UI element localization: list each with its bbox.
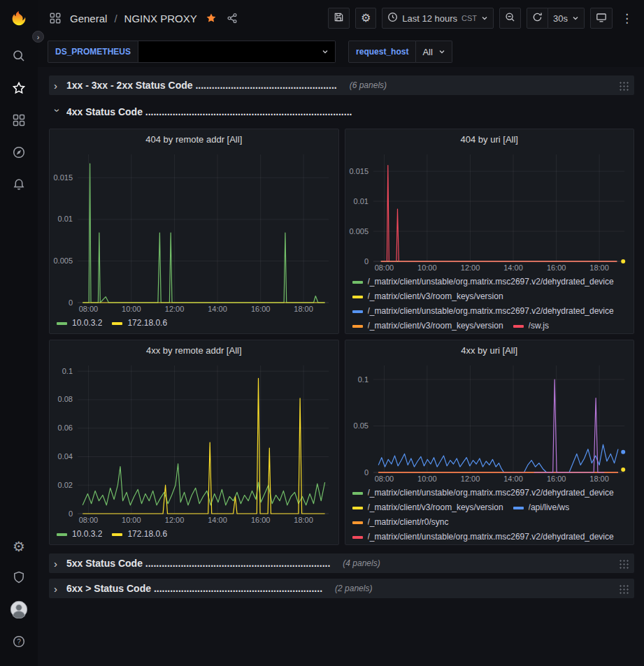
- sidebar-item-alerting[interactable]: [5, 172, 33, 200]
- avatar-icon: [10, 600, 28, 621]
- toolbar: ⚙ Last 12 hours CST: [328, 8, 636, 29]
- svg-text:0: 0: [364, 257, 368, 266]
- svg-text:0.015: 0.015: [53, 173, 73, 182]
- panels-grid: 404 by remote addr [All] 00.0050.010.015…: [49, 129, 634, 545]
- row-5xx[interactable]: › 5xx Status Code ......................…: [49, 553, 634, 573]
- legend-item[interactable]: /_matrix/client/v3/room_keys/version: [352, 501, 503, 514]
- sidebar-item-configuration[interactable]: ⚙: [5, 533, 33, 560]
- legend-item[interactable]: /_matrix/client/v3/room_keys/version: [352, 290, 503, 303]
- row-title: 6xx > Status Code ......................…: [66, 583, 322, 594]
- legend-item[interactable]: /api/live/ws: [513, 501, 570, 514]
- save-dashboard-button[interactable]: [328, 8, 350, 29]
- chart-svg: 00.0050.010.01508:0010:0012:0014:0016:00…: [345, 149, 634, 273]
- tv-mode-button[interactable]: [590, 8, 613, 29]
- legend-label: /_matrix/client/v3/room_keys/version: [368, 319, 503, 333]
- legend-swatch: [352, 507, 363, 509]
- row-6xx[interactable]: › 6xx > Status Code ....................…: [49, 579, 634, 598]
- svg-text:08:00: 08:00: [79, 516, 99, 524]
- svg-text:18:00: 18:00: [294, 516, 313, 524]
- legend-item[interactable]: /_matrix/client/v3/room_keys/version: [352, 319, 503, 333]
- sidebar-item-starred[interactable]: [5, 75, 33, 103]
- apps-grid-icon[interactable]: [48, 10, 63, 26]
- legend-item[interactable]: /sw.js: [513, 319, 549, 333]
- svg-text:12:00: 12:00: [165, 516, 185, 524]
- shield-icon: [12, 570, 26, 587]
- chevron-down-icon: ›: [52, 108, 63, 115]
- svg-text:16:00: 16:00: [546, 475, 566, 483]
- legend-swatch: [352, 536, 363, 539]
- row-drag-handle[interactable]: [618, 80, 629, 91]
- favorite-star-icon[interactable]: [204, 11, 218, 25]
- legend-swatch: [513, 507, 524, 509]
- bell-icon: [12, 178, 26, 194]
- row-1xx-3xx-2xx[interactable]: › 1xx - 3xx - 2xx Status Code ..........…: [49, 75, 634, 95]
- legend-swatch: [352, 296, 363, 298]
- more-options-button[interactable]: ⋮: [618, 13, 636, 24]
- time-range-label: Last 12 hours: [402, 13, 457, 24]
- variables-bar: DS_PROMETHEUS request_host All: [38, 36, 644, 67]
- user-avatar[interactable]: [5, 597, 33, 625]
- svg-text:0.01: 0.01: [58, 215, 73, 223]
- legend-item[interactable]: /_matrix/client/unstable/org.matrix.msc2…: [352, 305, 614, 318]
- panel-title[interactable]: 4xx by uri [All]: [345, 340, 634, 360]
- sidebar-item-dashboards[interactable]: [5, 108, 33, 136]
- top-navigation-bar: General / NGINX PROXY ⚙: [38, 0, 644, 36]
- refresh-button-group: 30s: [527, 8, 585, 29]
- chart-404-by-remote-addr[interactable]: 00.0050.010.01508:0010:0012:0014:0016:00…: [50, 149, 338, 314]
- chart-svg: 00.050.108:0010:0012:0014:0016:0018:00: [345, 360, 634, 484]
- panel-title[interactable]: 404 by uri [All]: [345, 129, 634, 149]
- sidebar-expand-button[interactable]: ›: [32, 31, 44, 43]
- grafana-logo[interactable]: [4, 5, 34, 34]
- row-drag-handle[interactable]: [618, 558, 629, 569]
- chevron-down-icon: [572, 15, 579, 22]
- panel-4xx-by-remote-addr: 4xx by remote addr [All] 00.020.040.060.…: [49, 340, 339, 545]
- svg-text:16:00: 16:00: [251, 305, 271, 313]
- sidebar-item-search[interactable]: [5, 43, 33, 71]
- legend-label: 172.18.0.6: [127, 528, 167, 541]
- time-range-picker[interactable]: Last 12 hours CST: [382, 8, 494, 29]
- svg-text:10:00: 10:00: [122, 516, 141, 524]
- legend-item[interactable]: 10.0.3.2: [57, 528, 102, 541]
- panel-title[interactable]: 4xx by remote addr [All]: [50, 340, 338, 360]
- legend-item[interactable]: /_matrix/client/unstable/org.matrix.msc2…: [352, 486, 614, 500]
- dashboard-settings-button[interactable]: ⚙: [355, 8, 376, 29]
- legend-item[interactable]: 10.0.3.2: [57, 317, 102, 330]
- panel-title[interactable]: 404 by remote addr [All]: [50, 129, 338, 149]
- sidebar-item-server-admin[interactable]: [5, 565, 33, 593]
- row-drag-handle[interactable]: [618, 584, 629, 594]
- legend-swatch: [57, 533, 67, 536]
- breadcrumb-separator: /: [114, 13, 117, 24]
- legend-item[interactable]: /_matrix/client/unstable/org.matrix.msc2…: [352, 275, 614, 289]
- sidebar-bottom: ⚙ ?: [5, 530, 33, 659]
- chart-4xx-by-remote-addr[interactable]: 00.020.040.060.080.108:0010:0012:0014:00…: [50, 360, 338, 526]
- monitor-icon: [596, 12, 607, 25]
- refresh-button[interactable]: [527, 8, 548, 29]
- variable-value-host[interactable]: All: [416, 41, 452, 63]
- breadcrumb-folder[interactable]: General: [70, 13, 107, 24]
- chart-4xx-by-uri[interactable]: 00.050.108:0010:0012:0014:0016:0018:00: [345, 360, 634, 484]
- dashboard-content: › 1xx - 3xx - 2xx Status Code ..........…: [38, 67, 644, 666]
- svg-text:12:00: 12:00: [460, 475, 480, 483]
- svg-text:08:00: 08:00: [79, 305, 99, 313]
- dashboard-title[interactable]: NGINX PROXY: [124, 13, 197, 24]
- grafana-logo-icon: [8, 9, 29, 30]
- zoom-out-button[interactable]: [499, 8, 521, 29]
- zoom-out-icon: [505, 12, 515, 24]
- svg-text:08:00: 08:00: [374, 263, 394, 272]
- chart-404-by-uri[interactable]: 00.0050.010.01508:0010:0012:0014:0016:00…: [345, 149, 634, 273]
- legend-item[interactable]: /_matrix/client/r0/sync: [352, 516, 449, 529]
- legend-item[interactable]: 172.18.0.6: [112, 317, 167, 330]
- sidebar-item-explore[interactable]: [5, 140, 33, 168]
- sidebar-item-help[interactable]: ?: [5, 629, 33, 657]
- row-4xx[interactable]: › 4xx Status Code ......................…: [49, 102, 634, 122]
- legend-item[interactable]: /_matrix/client/unstable/org.matrix.msc2…: [352, 530, 614, 544]
- chart-svg: 00.020.040.060.080.108:0010:0012:0014:00…: [50, 360, 338, 526]
- legend-swatch: [352, 521, 363, 524]
- variable-value-ds[interactable]: [138, 41, 336, 63]
- share-icon[interactable]: [225, 11, 239, 25]
- panel-4xx-by-uri: 4xx by uri [All] 00.050.108:0010:0012:00…: [345, 340, 635, 545]
- svg-text:0: 0: [364, 468, 368, 477]
- legend-item[interactable]: 172.18.0.6: [112, 528, 167, 541]
- refresh-interval-dropdown[interactable]: 30s: [548, 8, 585, 29]
- panel-404-by-remote-addr: 404 by remote addr [All] 00.0050.010.015…: [49, 129, 339, 334]
